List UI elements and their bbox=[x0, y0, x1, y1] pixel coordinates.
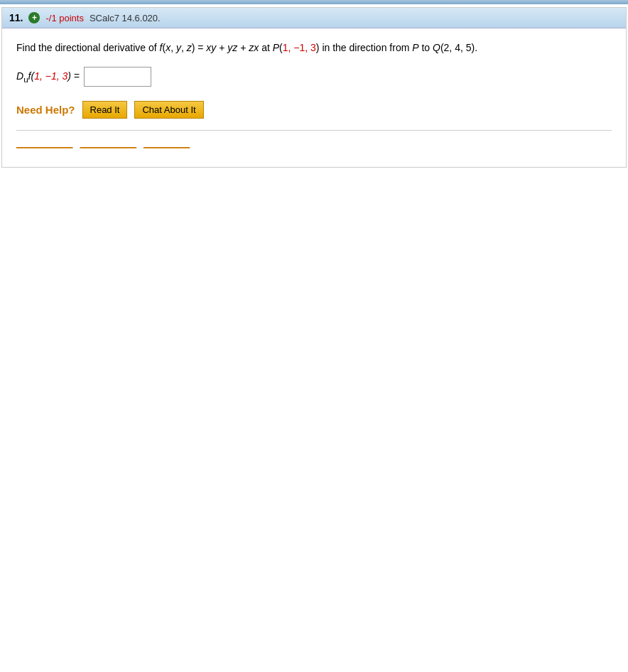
question-body: Find the directional derivative of f(x, … bbox=[2, 28, 626, 167]
footer-link-2[interactable]: ___________ bbox=[80, 138, 137, 148]
footer-link-1[interactable]: ___________ bbox=[16, 138, 73, 148]
answer-row: Duf(1, −1, 3) = bbox=[16, 67, 612, 87]
top-bar bbox=[0, 0, 628, 4]
links-row: ___________ ___________ _________ bbox=[16, 134, 612, 153]
read-it-button[interactable]: Read It bbox=[82, 101, 128, 119]
chat-about-it-button[interactable]: Chat About It bbox=[134, 101, 203, 119]
footer-link-3[interactable]: _________ bbox=[144, 138, 190, 148]
source-text: SCalc7 14.6.020. bbox=[90, 13, 161, 23]
need-help-label: Need Help? bbox=[16, 104, 75, 116]
question-number: 11. bbox=[9, 12, 23, 23]
question-container: 11. + -/1 points SCalc7 14.6.020. Find t… bbox=[1, 7, 627, 168]
need-help-section: Need Help? Read It Chat About It bbox=[16, 101, 612, 119]
answer-input[interactable] bbox=[84, 67, 151, 87]
answer-label: Duf(1, −1, 3) = bbox=[16, 70, 80, 84]
problem-text: Find the directional derivative of f(x, … bbox=[16, 40, 612, 55]
question-header: 11. + -/1 points SCalc7 14.6.020. bbox=[2, 8, 626, 28]
divider-line bbox=[16, 130, 612, 131]
points-text: -/1 points bbox=[45, 13, 83, 23]
plus-icon[interactable]: + bbox=[28, 12, 40, 23]
